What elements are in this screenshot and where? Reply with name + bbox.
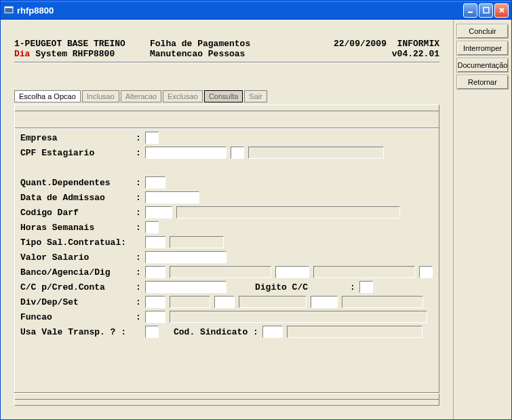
fields: Empresa : CPF Estagiario : — [20, 130, 433, 339]
window: rhfp8800 1-PEUGEOT BASE TREINO Folha de … — [0, 0, 512, 420]
label-cod-darf: Codigo Darf — [20, 208, 132, 218]
minimize-button[interactable] — [463, 3, 477, 18]
window-controls — [463, 3, 509, 18]
documentacao-button[interactable]: Documentação — [456, 58, 509, 73]
label-funcao: Funcao — [20, 312, 132, 322]
input-cod-sind[interactable] — [262, 326, 283, 338]
concluir-button[interactable]: Concluir — [456, 24, 509, 39]
input-cpf[interactable] — [145, 147, 227, 159]
titlebar: rhfp8800 — [1, 1, 511, 20]
header-system: Dia System RHFP8800 — [14, 49, 150, 59]
input-set[interactable] — [311, 296, 338, 308]
display-dep-desc — [239, 296, 307, 308]
label-cc-cred: C/C p/Cred.Conta — [20, 282, 132, 292]
label-tipo-sal: Tipo Sal.Contratual: — [20, 237, 132, 248]
display-tipo-sal-desc — [170, 236, 224, 248]
input-agencia[interactable] — [275, 266, 309, 278]
input-tipo-sal[interactable] — [145, 236, 165, 248]
header-screen: Manutencao Pessoas — [150, 49, 317, 59]
label-digito-cc: Digito C/C — [255, 282, 308, 292]
form-panel: Empresa : CPF Estagiario : — [14, 104, 439, 406]
tab-exclusao[interactable]: Exclusao — [163, 90, 203, 102]
tab-escolha[interactable]: Escolha a Opcao — [14, 90, 81, 102]
retornar-button[interactable]: Retornar — [456, 75, 509, 90]
display-cpf-nome — [248, 147, 384, 159]
input-horas-sem[interactable] — [145, 221, 159, 233]
input-cpf-dig[interactable] — [231, 147, 244, 159]
input-cod-darf[interactable] — [145, 206, 172, 218]
label-div-dep: Div/Dep/Set — [20, 297, 132, 307]
label-quant-dep: Quant.Dependentes — [20, 178, 132, 188]
window-title: rhfp8800 — [17, 5, 463, 16]
bottom-separator — [14, 392, 439, 394]
svg-rect-3 — [484, 7, 489, 13]
display-funcao-desc — [170, 311, 427, 323]
header-module: Folha de Pagamentos — [150, 39, 317, 49]
label-valor-sal: Valor Salario — [20, 252, 132, 263]
tab-alteracao[interactable]: Alteracao — [121, 90, 161, 102]
input-cc-cred[interactable] — [145, 281, 227, 293]
input-vale[interactable] — [145, 326, 159, 338]
tab-consulta[interactable]: Consulta — [204, 90, 243, 102]
svg-rect-1 — [5, 7, 13, 8]
right-panel: Concluir Interromper Documentação Retorn… — [454, 20, 511, 419]
tab-sair[interactable]: Sair — [244, 90, 267, 102]
input-digito-cc[interactable] — [359, 281, 373, 293]
display-agencia-desc — [313, 266, 415, 278]
header-date-db: 22/09/2009 INFORMIX — [317, 39, 439, 49]
input-funcao[interactable] — [145, 311, 165, 323]
input-banco[interactable] — [145, 266, 165, 278]
close-button[interactable] — [494, 3, 509, 18]
header-version: v04.22.01 — [317, 49, 439, 59]
tab-row: Escolha a Opcao Inclusao Alteracao Exclu… — [14, 90, 267, 102]
label-cpf: CPF Estagiario — [20, 148, 132, 158]
label-cod-sind: Cod. Sindicato : — [174, 327, 258, 337]
label-empresa: Empresa — [20, 133, 132, 143]
display-cod-sind-desc — [287, 326, 422, 338]
label-banco: Banco/Agencia/Dig — [20, 267, 132, 278]
client-area: 1-PEUGEOT BASE TREINO Folha de Pagamento… — [1, 20, 511, 419]
tab-inclusao[interactable]: Inclusao — [82, 90, 119, 102]
input-valor-sal[interactable] — [145, 251, 227, 263]
header-company: 1-PEUGEOT BASE TREINO — [14, 39, 150, 49]
header-block: 1-PEUGEOT BASE TREINO Folha de Pagamento… — [14, 39, 439, 63]
app-icon — [3, 5, 14, 16]
label-data-adm: Data de Admissao — [20, 193, 132, 203]
maximize-button[interactable] — [479, 3, 493, 18]
display-set-desc — [342, 296, 423, 308]
input-div[interactable] — [145, 296, 165, 308]
interromper-button[interactable]: Interromper — [456, 41, 509, 56]
display-banco-desc — [170, 266, 271, 278]
form-top-separator — [15, 128, 439, 129]
header-separator — [14, 62, 439, 63]
input-quant-dep[interactable] — [145, 176, 165, 189]
input-empresa[interactable] — [145, 132, 159, 144]
label-horas-sem: Horas Semanais — [20, 223, 132, 233]
main-area: 1-PEUGEOT BASE TREINO Folha de Pagamento… — [1, 20, 454, 419]
display-div-desc — [170, 296, 210, 308]
input-agencia-dig[interactable] — [419, 266, 433, 278]
input-dep[interactable] — [214, 296, 235, 308]
label-vale: Usa Vale Transp. ? : — [20, 327, 132, 337]
svg-rect-2 — [468, 12, 473, 13]
display-cod-darf-desc — [176, 206, 400, 218]
input-data-adm[interactable] — [145, 191, 199, 204]
